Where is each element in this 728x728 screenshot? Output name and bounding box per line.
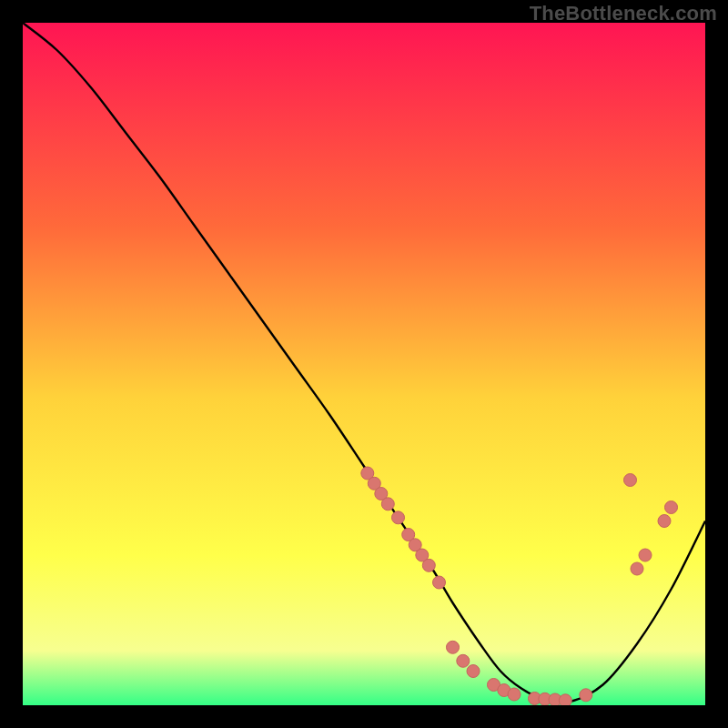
data-marker — [392, 511, 405, 524]
data-marker — [658, 515, 671, 528]
data-marker — [467, 665, 480, 678]
data-marker — [624, 474, 637, 487]
data-marker — [580, 689, 592, 702]
data-marker — [665, 501, 678, 514]
data-marker — [381, 498, 394, 511]
data-marker — [422, 559, 435, 571]
data-marker — [631, 562, 643, 575]
data-marker — [447, 641, 460, 653]
data-marker — [457, 654, 470, 667]
chart-container: TheBottleneck.com — [0, 0, 728, 728]
plot-background — [23, 23, 705, 705]
plot-area — [23, 23, 705, 705]
data-marker — [508, 688, 521, 701]
data-marker — [639, 549, 652, 561]
data-marker — [433, 576, 446, 589]
data-marker — [559, 694, 571, 705]
